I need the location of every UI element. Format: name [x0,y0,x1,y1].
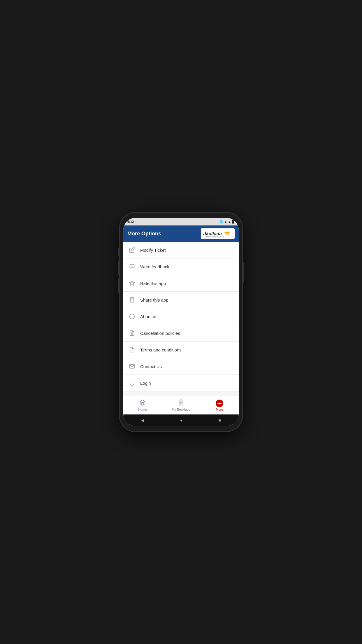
logo-container: J kallada TOURS AND TRAVELS [201,228,235,239]
status-bar: 6:12 🌐 ▲ ▲ ▉ [123,218,239,225]
battery-icon: ▉ [232,220,235,223]
volume-button-2 [118,261,120,275]
document-icon [128,346,136,354]
wifi-icon: ▲ [224,220,227,223]
power-button [242,262,244,283]
more-dot-icon: ••• [216,400,223,407]
mail-icon [128,362,136,370]
menu-label-about-us: About us [140,314,157,319]
phone-screen: 6:12 🌐 ▲ ▲ ▉ More Options J kallada [123,218,239,426]
menu-item-share-app[interactable]: Share this app [123,292,239,308]
menu-item-write-feedback[interactable]: Write feedback [123,258,239,275]
menu-item-rate-app[interactable]: Rate this app [123,275,239,292]
volume-button-1 [118,248,120,256]
menu-item-cancellation[interactable]: Cancellation policies [123,325,239,342]
nav-item-more[interactable]: ••• More [200,396,239,414]
menu-item-login[interactable]: Login [123,375,239,391]
world-icon: 🌐 [219,220,223,223]
volume-button-3 [118,278,120,293]
back-button[interactable]: ◀ [141,418,144,423]
menu-label-modify-ticket: Modify Ticket [140,248,166,253]
phone-frame: 6:12 🌐 ▲ ▲ ▉ More Options J kallada [120,213,242,431]
logo-svg: J kallada TOURS AND TRAVELS [203,230,232,238]
recents-button[interactable]: ■ [218,418,221,423]
menu-item-modify-ticket[interactable]: Modify Ticket [123,242,239,258]
status-icons: 🌐 ▲ ▲ ▉ [219,220,235,223]
cancel-doc-icon [128,329,136,337]
menu-label-write-feedback: Write feedback [140,264,169,269]
header-title: More Options [127,231,161,237]
menu-content: Modify Ticket Write feedback [123,242,239,396]
nav-label-more: More [216,408,223,411]
home-icon [139,399,146,407]
svg-marker-5 [130,281,135,286]
chat-icon [128,262,136,271]
more-active-dot: ••• [216,400,223,407]
menu-item-about-us[interactable]: About us [123,308,239,325]
star-icon [128,279,136,287]
bottom-nav: Home My Bookings ••• [123,396,239,414]
status-time: 6:12 [127,220,134,223]
nav-label-bookings: My Bookings [172,408,190,411]
menu-label-terms: Terms and conditions [140,347,182,352]
menu-item-contact[interactable]: Contact Us [123,358,239,375]
system-nav: ◀ ● ■ [123,414,239,426]
nav-item-home[interactable]: Home [123,396,162,414]
signal-icon: ▲ [228,220,231,223]
pencil-icon [128,246,136,254]
app-header: More Options J kallada TOURS AND TRAVELS [123,225,239,242]
home-button[interactable]: ● [180,418,182,423]
menu-label-login: Login [140,381,151,386]
menu-label-share-app: Share this app [140,298,168,302]
share-icon [128,296,136,304]
nav-label-home: Home [138,408,147,411]
menu-label-contact: Contact Us [140,364,162,369]
menu-item-terms[interactable]: Terms and conditions [123,342,239,358]
info-icon [128,312,136,321]
bookings-icon [178,399,184,407]
menu-label-cancellation: Cancellation policies [140,331,180,336]
menu-label-rate-app: Rate this app [140,281,166,286]
nav-item-bookings[interactable]: My Bookings [162,396,200,414]
svg-text:kallada: kallada [206,231,222,236]
power-icon [128,379,136,387]
svg-text:TOURS AND TRAVELS: TOURS AND TRAVELS [206,236,224,238]
